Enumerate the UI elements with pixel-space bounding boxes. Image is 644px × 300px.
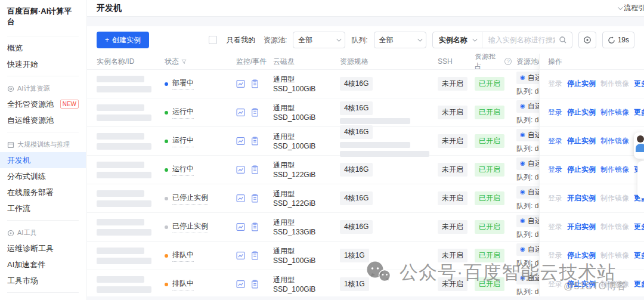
floating-assistant[interactable] xyxy=(634,132,644,159)
make-image-action[interactable]: 制作镜像 xyxy=(600,107,629,117)
queue-filter-label: 队列: xyxy=(351,35,367,45)
pool-type-icon: ◉ xyxy=(520,218,525,224)
make-image-action[interactable]: 制作镜像 xyxy=(600,193,629,203)
sidebar-item-overview[interactable]: 概览 xyxy=(0,40,86,56)
sidebar-item-distributed-training[interactable]: 分布式训练 xyxy=(0,168,86,184)
sidebar-item-ai-accelerate[interactable]: AI加速套件 xyxy=(0,256,86,273)
monitor-chart-icon[interactable] xyxy=(236,137,245,146)
login-action[interactable]: 登录 xyxy=(548,107,562,117)
sidebar-item-ops-diagnostic[interactable]: 运维诊断工具 xyxy=(0,240,86,256)
instance-name-cell xyxy=(97,133,165,150)
status-text: 已停止实例 xyxy=(172,221,208,233)
instance-list-card: + 创建实例 只看我的 资源池: 全部 队列: 全部 实例名称 xyxy=(87,26,644,296)
resource-spec-cell: 4核16G xyxy=(340,191,438,205)
primary-action[interactable]: 停止实例 xyxy=(567,279,596,289)
process-guide-link[interactable]: 流程引 xyxy=(618,3,644,13)
resource-spec-cell: 1核1G xyxy=(340,277,438,291)
make-image-action[interactable]: 制作镜像 xyxy=(600,165,629,175)
login-action[interactable]: 登录 xyxy=(548,165,562,175)
spec-tag: 4核16G xyxy=(340,125,373,139)
col-status: 状态 xyxy=(165,57,236,67)
sidebar-item-selfops-pool[interactable]: 自运维资源池 xyxy=(0,112,86,128)
cloud-disk-cell: 通用型SSD_133GiB xyxy=(273,218,340,236)
primary-action[interactable]: 停止实例 xyxy=(567,107,596,117)
monitor-chart-icon[interactable] xyxy=(236,251,245,260)
monitor-events-cell xyxy=(236,108,273,117)
preemption-cell: 已开启 xyxy=(475,249,516,262)
toolbar: + 创建实例 只看我的 资源池: 全部 队列: 全部 实例名称 xyxy=(87,26,644,54)
redacted-gpu-spec xyxy=(340,118,410,124)
search-category-select[interactable]: 实例名称 xyxy=(433,32,482,48)
create-instance-button[interactable]: + 创建实例 xyxy=(97,32,149,48)
primary-action[interactable]: 开启实例 xyxy=(567,222,596,232)
monitor-chart-icon[interactable] xyxy=(236,165,245,174)
login-action[interactable]: 登录 xyxy=(548,193,562,203)
sidebar-item-managed-pool[interactable]: 全托管资源池 NEW xyxy=(0,96,86,112)
primary-action[interactable]: 开启实例 xyxy=(567,193,596,203)
events-clipboard-icon[interactable] xyxy=(250,222,259,231)
events-clipboard-icon[interactable] xyxy=(250,194,259,203)
make-image-action[interactable]: 制作镜像 xyxy=(600,79,629,89)
make-image-action[interactable]: 制作镜像 xyxy=(600,222,629,232)
preemption-tag: 已开启 xyxy=(475,249,504,262)
search-input[interactable] xyxy=(482,36,559,44)
events-clipboard-icon[interactable] xyxy=(250,280,259,289)
events-clipboard-icon[interactable] xyxy=(250,165,259,174)
instance-table: 实例名称/ID 状态 监控/事件 云磁盘 资源规格 SSH 资源抢占 ? 资源池… xyxy=(87,54,644,296)
sidebar-item-workflow[interactable]: 工作流 xyxy=(0,200,86,217)
help-icon[interactable]: ? xyxy=(504,58,512,65)
login-action[interactable]: 登录 xyxy=(548,250,562,261)
col-ssh: SSH xyxy=(438,57,475,66)
col-actions: 操作 xyxy=(540,54,644,69)
monitor-chart-icon[interactable] xyxy=(236,280,245,289)
more-action[interactable]: 更多 xyxy=(634,222,644,232)
actions-cell: 登录 开启实例 制作镜像 更多 xyxy=(540,212,644,241)
actions-cell: 登录 停止实例 制作镜像 更多 xyxy=(540,241,644,270)
actions-cell: 登录 开启实例 制作镜像 更多 xyxy=(540,184,644,212)
instance-name-cell xyxy=(97,219,165,236)
monitor-chart-icon[interactable] xyxy=(236,194,245,203)
primary-action[interactable]: 停止实例 xyxy=(567,136,596,146)
primary-action[interactable]: 停止实例 xyxy=(567,250,596,261)
queue-filter-select[interactable]: 全部 xyxy=(374,32,426,48)
filter-icon[interactable] xyxy=(181,59,187,64)
make-image-action[interactable]: 制作镜像 xyxy=(600,250,629,261)
monitor-chart-icon[interactable] xyxy=(236,79,245,88)
login-action[interactable]: 登录 xyxy=(548,279,562,289)
events-clipboard-icon[interactable] xyxy=(250,251,259,260)
primary-action[interactable]: 停止实例 xyxy=(567,79,596,89)
section-ai-tools: AI工具 xyxy=(0,224,86,240)
login-action[interactable]: 登录 xyxy=(548,79,562,89)
primary-action[interactable]: 停止实例 xyxy=(567,165,596,175)
make-image-action[interactable]: 制作镜像 xyxy=(600,136,629,146)
make-image-action[interactable]: 制作镜像 xyxy=(600,279,629,289)
monitor-chart-icon[interactable] xyxy=(236,222,245,231)
monitor-chart-icon[interactable] xyxy=(236,108,245,117)
ssh-tag: 未开启 xyxy=(438,220,467,234)
ssh-cell: 未开启 xyxy=(438,220,475,234)
search-icon[interactable] xyxy=(559,36,567,44)
sidebar-item-quickstart[interactable]: 快速开始 xyxy=(0,56,86,72)
login-action[interactable]: 登录 xyxy=(548,222,562,232)
sidebar-item-online-service[interactable]: 在线服务部署 xyxy=(0,184,86,200)
status-cell: 已停止实例 xyxy=(165,221,236,233)
only-mine-checkbox[interactable] xyxy=(209,36,217,44)
more-action[interactable]: 更多 xyxy=(634,107,644,117)
more-action[interactable]: 更多 xyxy=(634,79,644,89)
floating-panel[interactable] xyxy=(637,161,644,198)
sidebar-item-tool-market[interactable]: 工具市场 xyxy=(0,273,86,289)
preemption-tag: 已开启 xyxy=(475,220,504,234)
sidebar-item-devmachine[interactable]: 开发机 xyxy=(0,152,86,168)
events-clipboard-icon[interactable] xyxy=(250,79,259,88)
column-settings-button[interactable] xyxy=(578,32,596,48)
login-action[interactable]: 登录 xyxy=(548,136,562,146)
more-action[interactable]: 更多 xyxy=(634,279,644,289)
more-action[interactable]: 更多 xyxy=(634,250,644,261)
events-clipboard-icon[interactable] xyxy=(250,137,259,146)
status-dot xyxy=(165,283,168,286)
auto-refresh-button[interactable]: 19s xyxy=(602,32,634,48)
plus-icon: + xyxy=(105,36,109,44)
cloud-disk-cell: 通用型SSD_100GiB xyxy=(273,132,340,150)
events-clipboard-icon[interactable] xyxy=(250,108,259,117)
pool-filter-select[interactable]: 全部 xyxy=(293,32,345,48)
